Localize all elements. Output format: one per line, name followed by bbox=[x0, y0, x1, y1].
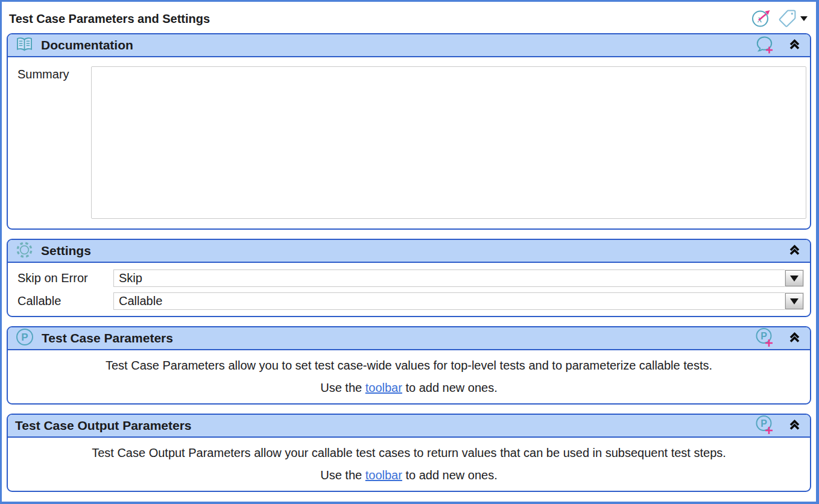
collapse-documentation-button[interactable] bbox=[788, 37, 802, 53]
tag-button[interactable] bbox=[777, 8, 808, 30]
test-case-output-parameters-body: Test Case Output Parameters allow your c… bbox=[8, 438, 810, 491]
hint-suffix: to add new ones. bbox=[402, 381, 498, 394]
skip-on-error-dropdown-button[interactable] bbox=[785, 270, 803, 286]
settings-panel-body: Skip on Error Skip Callable Callable bbox=[8, 263, 810, 316]
title-bar: Test Case Parameters and Settings x bbox=[2, 2, 816, 33]
test-case-output-parameters-panel: Test Case Output Parameters P bbox=[7, 414, 811, 492]
output-parameters-description: Test Case Output Parameters allow your c… bbox=[15, 446, 803, 460]
settings-panel-header: Settings bbox=[8, 240, 810, 263]
collapse-section-icon bbox=[788, 330, 802, 346]
callable-value: Callable bbox=[114, 293, 785, 309]
test-case-parameters-header: P Test Case Parameters P bbox=[8, 327, 810, 350]
documentation-panel-title: Documentation bbox=[41, 38, 133, 52]
test-case-output-parameters-title: Test Case Output Parameters bbox=[15, 418, 192, 433]
parameter-p-icon: P bbox=[15, 327, 34, 349]
collapse-section-icon bbox=[788, 37, 802, 53]
variable-expression-button[interactable]: x bbox=[751, 8, 774, 30]
tag-icon bbox=[777, 8, 798, 30]
parameters-description: Test Case Parameters allow you to set te… bbox=[15, 359, 803, 373]
test-case-output-parameters-actions: P bbox=[755, 415, 802, 437]
toolbar-link[interactable]: toolbar bbox=[365, 381, 402, 394]
collapse-section-icon bbox=[788, 418, 802, 433]
add-output-parameter-button[interactable]: P bbox=[755, 415, 776, 437]
parameters-hint: Use the toolbar to add new ones. bbox=[15, 381, 803, 395]
collapse-parameters-button[interactable] bbox=[788, 330, 802, 346]
hint-suffix: to add new ones. bbox=[402, 468, 498, 482]
test-case-parameters-body: Test Case Parameters allow you to set te… bbox=[8, 350, 810, 403]
test-case-parameters-title: Test Case Parameters bbox=[42, 331, 173, 345]
settings-header-actions bbox=[788, 243, 802, 259]
skip-on-error-row: Skip on Error Skip bbox=[17, 269, 804, 287]
hint-prefix: Use the bbox=[320, 468, 365, 482]
documentation-header-actions bbox=[755, 35, 802, 56]
documentation-panel-body: Summary bbox=[8, 57, 810, 228]
hint-prefix: Use the bbox=[320, 381, 365, 394]
toolbar-link[interactable]: toolbar bbox=[365, 468, 402, 482]
add-parameter-icon: P bbox=[755, 327, 776, 350]
page-title: Test Case Parameters and Settings bbox=[9, 12, 210, 26]
settings-panel: Settings Skip on Error Skip Callable bbox=[7, 239, 811, 317]
test-case-parameters-actions: P bbox=[755, 327, 802, 350]
add-comment-button[interactable] bbox=[755, 35, 776, 56]
book-icon bbox=[15, 36, 34, 55]
collapse-settings-button[interactable] bbox=[788, 243, 802, 259]
skip-on-error-value: Skip bbox=[114, 270, 785, 286]
callable-label: Callable bbox=[17, 294, 113, 308]
collapse-section-icon bbox=[788, 243, 802, 259]
svg-text:P: P bbox=[760, 331, 767, 341]
tag-dropdown-caret-icon bbox=[800, 16, 808, 21]
add-parameter-icon: P bbox=[755, 415, 776, 437]
gear-icon bbox=[15, 241, 34, 262]
documentation-panel: Documentation Summary bbox=[7, 33, 811, 230]
settings-panel-title: Settings bbox=[41, 244, 91, 258]
test-case-parameters-panel: P Test Case Parameters P bbox=[7, 326, 811, 405]
dropdown-arrow-icon bbox=[790, 298, 798, 304]
callable-dropdown-button[interactable] bbox=[785, 293, 803, 309]
add-comment-icon bbox=[755, 35, 776, 56]
summary-label: Summary bbox=[17, 66, 81, 219]
title-actions: x bbox=[751, 8, 808, 30]
documentation-panel-header: Documentation bbox=[8, 34, 810, 57]
svg-text:P: P bbox=[760, 418, 767, 429]
variable-expression-icon: x bbox=[751, 8, 774, 30]
svg-text:P: P bbox=[21, 332, 28, 343]
summary-textarea[interactable] bbox=[91, 66, 806, 219]
callable-select[interactable]: Callable bbox=[113, 292, 804, 310]
collapse-output-parameters-button[interactable] bbox=[788, 418, 802, 433]
skip-on-error-select[interactable]: Skip bbox=[113, 269, 804, 287]
skip-on-error-label: Skip on Error bbox=[17, 271, 113, 285]
add-parameter-button[interactable]: P bbox=[755, 327, 776, 350]
output-parameters-hint: Use the toolbar to add new ones. bbox=[15, 468, 803, 482]
dropdown-arrow-icon bbox=[790, 276, 798, 282]
callable-row: Callable Callable bbox=[17, 292, 804, 310]
test-case-output-parameters-header: Test Case Output Parameters P bbox=[8, 415, 810, 438]
